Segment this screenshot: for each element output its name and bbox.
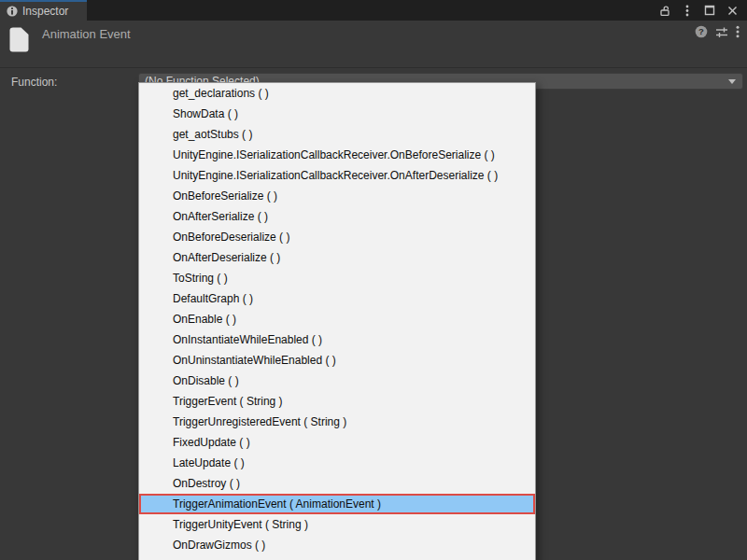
header-divider — [0, 67, 747, 68]
dropdown-item-highlighted[interactable]: TriggerAnimationEvent ( AnimationEvent ) — [139, 494, 535, 514]
help-icon[interactable]: ? — [695, 25, 708, 38]
close-icon[interactable] — [726, 4, 739, 17]
kebab-menu-icon[interactable] — [681, 4, 694, 17]
dropdown-item[interactable]: OnBeforeSerialize ( ) — [139, 186, 535, 206]
dropdown-item[interactable]: get_aotStubs ( ) — [139, 124, 535, 145]
info-icon — [7, 6, 18, 17]
component-title: Animation Event — [42, 27, 131, 41]
window-controls — [658, 0, 747, 21]
dropdown-item[interactable]: LateUpdate ( ) — [139, 453, 535, 473]
unlock-icon[interactable] — [658, 4, 671, 17]
header-icons: ? — [695, 25, 740, 38]
page-icon — [9, 27, 29, 52]
dropdown-item[interactable]: OnInstantiateWhileEnabled ( ) — [139, 329, 535, 350]
dropdown-item[interactable]: DefaultGraph ( ) — [139, 288, 535, 309]
inspector-window: Inspector — [0, 0, 747, 560]
dropdown-item[interactable]: TriggerEvent ( String ) — [139, 391, 535, 412]
maximize-icon[interactable] — [703, 4, 716, 17]
tab-label: Inspector — [22, 5, 68, 18]
dropdown-item[interactable]: UnityEngine.ISerializationCallbackReceiv… — [139, 165, 535, 186]
presets-icon[interactable] — [715, 26, 728, 38]
function-dropdown-list: get_declarations ( )ShowData ( )get_aotS… — [138, 82, 536, 560]
dropdown-item[interactable]: OnBeforeDeserialize ( ) — [139, 227, 535, 247]
chevron-down-icon — [728, 79, 736, 84]
kebab-menu-icon[interactable] — [736, 25, 740, 38]
dropdown-item[interactable]: OnAfterDeserialize ( ) — [139, 247, 535, 268]
dropdown-item[interactable]: ToString ( ) — [139, 268, 535, 288]
dropdown-item[interactable]: OnDisable ( ) — [139, 371, 535, 391]
svg-text:?: ? — [698, 26, 704, 36]
dropdown-item[interactable]: OnEnable ( ) — [139, 309, 535, 329]
dropdown-item[interactable]: OnDrawGizmos ( ) — [139, 535, 535, 555]
dropdown-item[interactable]: get_declarations ( ) — [139, 83, 535, 104]
function-label: Function: — [11, 76, 57, 89]
dropdown-item[interactable]: UnityEngine.ISerializationCallbackReceiv… — [139, 145, 535, 165]
tab-strip: Inspector — [0, 0, 747, 21]
dropdown-item[interactable]: FixedUpdate ( ) — [139, 432, 535, 453]
dropdown-item[interactable]: OnAfterSerialize ( ) — [139, 206, 535, 227]
tab-inspector[interactable]: Inspector — [0, 0, 87, 21]
dropdown-item[interactable]: TriggerUnregisteredEvent ( String ) — [139, 412, 535, 432]
dropdown-item[interactable]: ShowData ( ) — [139, 104, 535, 124]
dropdown-item[interactable]: OnDestroy ( ) — [139, 473, 535, 494]
dropdown-item[interactable]: TriggerUnityEvent ( String ) — [139, 514, 535, 535]
dropdown-item[interactable]: OnUninstantiateWhileEnabled ( ) — [139, 350, 535, 371]
